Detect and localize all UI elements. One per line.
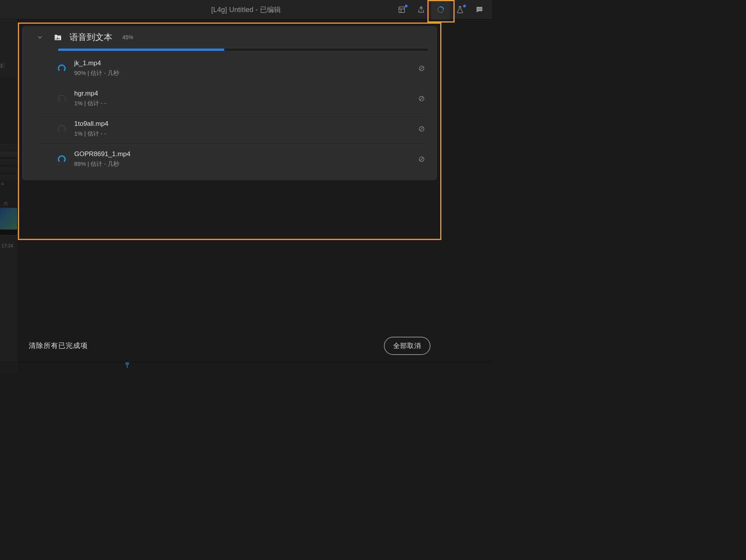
clip-badges: ▦ ⇥ — [0, 231, 9, 235]
progress-item-sub: 90% | 估计 - 几秒 — [74, 70, 408, 77]
chat-icon — [475, 5, 484, 14]
svg-rect-0 — [399, 7, 405, 13]
spinner-icon — [58, 95, 66, 103]
topbar-icons — [392, 0, 489, 19]
cancel-item-button[interactable] — [417, 64, 426, 73]
overall-progress-fill — [58, 49, 224, 51]
left-ctx-text: , 共 — [1, 201, 8, 206]
svg-line-16 — [420, 127, 423, 130]
progress-item-sub: 1% | 估计 - - — [74, 130, 408, 137]
progress-item-name: 1to9all.mp4 — [74, 120, 408, 128]
chat-button[interactable] — [470, 0, 489, 19]
svg-rect-8 — [56, 38, 57, 40]
task-title: 语音到文本 — [70, 31, 112, 43]
progress-item-name: GOPR8691_1.mp4 — [74, 150, 408, 158]
left-timecode: 17:24 — [2, 243, 13, 249]
playhead-marker[interactable] — [127, 362, 128, 368]
cancel-item-button[interactable] — [417, 94, 426, 103]
progress-ring-icon — [436, 5, 445, 14]
progress-item-sub: 1% | 估计 - - — [74, 100, 408, 107]
progress-item-text: hgr.mp41% | 估计 - - — [74, 90, 408, 107]
progress-item-text: 1to9all.mp41% | 估计 - - — [74, 120, 408, 137]
overall-progress — [58, 49, 428, 51]
cancel-icon — [418, 156, 425, 163]
share-button[interactable] — [411, 0, 431, 19]
panel-glyph: ◧ — [0, 62, 6, 68]
svg-rect-10 — [59, 38, 59, 40]
chart-folder-icon — [53, 33, 63, 42]
progress-item: hgr.mp41% | 估计 - - — [35, 83, 428, 113]
progress-button[interactable] — [431, 0, 450, 19]
timeline-strip — [0, 362, 492, 373]
svg-line-18 — [420, 158, 423, 161]
svg-rect-9 — [57, 37, 58, 40]
spinner-icon — [58, 125, 66, 133]
spinner-icon — [58, 155, 66, 163]
share-icon — [417, 5, 425, 14]
progress-item: GOPR8691_1.mp489% | 估计 - 几秒 — [35, 144, 428, 174]
svg-point-5 — [479, 9, 480, 9]
collapse-toggle[interactable] — [35, 33, 45, 42]
progress-item-name: hgr.mp4 — [74, 90, 408, 97]
chevron-down-icon — [37, 34, 44, 41]
svg-point-4 — [478, 9, 478, 9]
left-bars — [0, 144, 17, 180]
hamburger-icon[interactable]: ≡ — [1, 181, 4, 187]
task-percent: 45% — [122, 34, 133, 40]
cancel-icon — [418, 125, 425, 132]
cancel-icon — [418, 95, 425, 102]
title-bar: [L4g] Untitled - 已编辑 — [0, 0, 492, 19]
svg-line-12 — [420, 67, 423, 70]
left-panel-partial: ◧ ≡ , 共 ▦ ⇥ 17:24 — [0, 19, 17, 373]
clear-completed-link[interactable]: 清除所有已完成项 — [29, 341, 88, 350]
workspace-button[interactable] — [392, 0, 411, 19]
progress-header: 语音到文本 45% — [35, 31, 428, 43]
cancel-item-button[interactable] — [417, 155, 426, 164]
cancel-icon — [418, 65, 425, 72]
svg-line-14 — [420, 97, 423, 100]
cancel-all-button[interactable]: 全部取消 — [384, 337, 431, 355]
progress-card: 语音到文本 45% jk_1.mp490% | 估计 - 几秒hgr.mp41%… — [22, 26, 437, 180]
task-icon — [53, 33, 63, 42]
progress-popover-highlight: 语音到文本 45% jk_1.mp490% | 估计 - 几秒hgr.mp41%… — [18, 23, 441, 240]
progress-item-sub: 89% | 估计 - 几秒 — [74, 160, 408, 168]
svg-point-6 — [481, 9, 481, 9]
spinner-icon — [58, 64, 66, 72]
progress-item-text: GOPR8691_1.mp489% | 估计 - 几秒 — [74, 150, 408, 168]
notification-dot — [463, 5, 466, 7]
progress-items: jk_1.mp490% | 估计 - 几秒hgr.mp41% | 估计 - -1… — [35, 53, 428, 174]
progress-item: jk_1.mp490% | 估计 - 几秒 — [35, 53, 428, 83]
progress-item-text: jk_1.mp490% | 估计 - 几秒 — [74, 59, 408, 77]
progress-item: 1to9all.mp41% | 估计 - - — [35, 113, 428, 144]
window-title: [L4g] Untitled - 已编辑 — [211, 5, 281, 14]
clip-thumbnail[interactable]: ▦ ⇥ — [0, 208, 17, 235]
popover-footer: 清除所有已完成项 全部取消 — [18, 336, 441, 355]
beaker-button[interactable] — [450, 0, 470, 19]
notification-dot — [405, 5, 408, 7]
progress-item-name: jk_1.mp4 — [74, 59, 408, 67]
cancel-item-button[interactable] — [417, 124, 426, 134]
